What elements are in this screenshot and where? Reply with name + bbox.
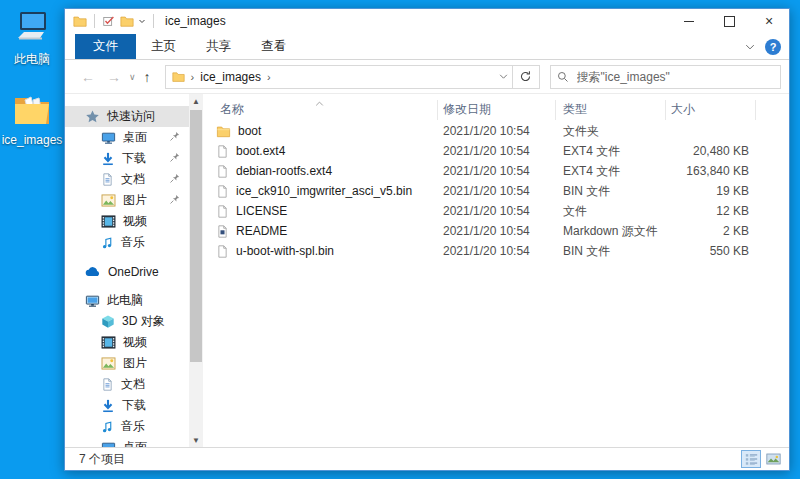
file-date: 2021/1/20 10:54: [438, 184, 556, 198]
column-header-type[interactable]: 类型: [556, 100, 666, 120]
file-row[interactable]: u-boot-with-spl.bin 2021/1/20 10:54 BIN …: [203, 241, 789, 261]
pictures-icon: [101, 357, 116, 370]
file-date: 2021/1/20 10:54: [438, 144, 556, 158]
tab-home[interactable]: 主页: [136, 34, 191, 59]
explorer-main: 快速访问桌面下载文档图片视频音乐OneDrive此电脑3D 对象视频图片文档下载…: [65, 94, 789, 447]
up-arrow-icon[interactable]: ↑: [138, 69, 157, 85]
sidebar-item[interactable]: 音乐: [65, 232, 189, 253]
sidebar-item-label: 图片: [123, 355, 147, 372]
file-icon: [216, 184, 229, 199]
folder-icon[interactable]: [120, 14, 134, 28]
breadcrumb-chevron-icon[interactable]: ›: [267, 71, 271, 83]
file-size: 12 KB: [666, 204, 756, 218]
file-name: debian-rootfs.ext4: [236, 164, 332, 178]
file-size: 2 KB: [666, 224, 756, 238]
file-type: 文件夹: [556, 123, 666, 140]
desktop-icon-ice-images[interactable]: ice_images: [0, 90, 64, 147]
sidebar-scrollbar[interactable]: ▲ ▼: [189, 94, 203, 447]
back-arrow-icon[interactable]: ←: [75, 69, 101, 85]
file-name: README: [236, 224, 287, 238]
file-row[interactable]: LICENSE 2021/1/20 10:54 文件 12 KB: [203, 201, 789, 221]
sidebar-item-label: 视频: [123, 334, 147, 351]
close-icon[interactable]: ×: [749, 9, 789, 33]
sidebar-item[interactable]: 图片: [65, 353, 189, 374]
toolbar-separator: [94, 14, 95, 28]
file-date: 2021/1/20 10:54: [438, 224, 556, 238]
sidebar-item[interactable]: 此电脑: [65, 290, 189, 311]
file-row[interactable]: boot.ext4 2021/1/20 10:54 EXT4 文件 20,480…: [203, 141, 789, 161]
maximize-icon[interactable]: [709, 9, 749, 33]
address-dropdown-chevron-icon[interactable]: [499, 73, 508, 80]
address-bar: ← → ∨ ↑ › ice_images ›: [65, 60, 789, 94]
sidebar-item-label: 音乐: [121, 418, 145, 435]
sidebar-item[interactable]: 图片: [65, 190, 189, 211]
recent-locations-chevron-icon[interactable]: ∨: [127, 72, 138, 82]
ribbon-right-controls: ?: [745, 39, 781, 55]
sidebar-item-label: 音乐: [121, 234, 145, 251]
column-header-size[interactable]: 大小: [666, 100, 756, 120]
document-icon: [101, 377, 114, 392]
sidebar-item[interactable]: 快速访问: [65, 106, 189, 127]
file-type: BIN 文件: [556, 243, 666, 260]
sidebar-item[interactable]: 文档: [65, 169, 189, 190]
videos-icon: [101, 336, 116, 349]
thumbnails-view-icon[interactable]: [763, 450, 783, 468]
sidebar-gap: [65, 253, 189, 261]
file-name: LICENSE: [236, 204, 287, 218]
file-size: 163,840 KB: [666, 164, 756, 178]
file-row[interactable]: README 2021/1/20 10:54 Markdown 源文件 2 KB: [203, 221, 789, 241]
details-view-icon[interactable]: [741, 450, 761, 468]
file-row[interactable]: ice_ck910_imgwriter_asci_v5.bin 2021/1/2…: [203, 181, 789, 201]
breadcrumb-chevron-icon[interactable]: ›: [191, 71, 195, 83]
sidebar-item[interactable]: 下载: [65, 148, 189, 169]
sidebar-item[interactable]: 桌面: [65, 127, 189, 148]
chevron-down-icon[interactable]: [138, 17, 146, 25]
scroll-up-icon[interactable]: ▲: [189, 94, 203, 108]
breadcrumb-item[interactable]: ice_images: [200, 70, 261, 84]
download-icon: [101, 152, 115, 166]
music-icon: [101, 236, 114, 250]
sidebar-item[interactable]: 桌面: [65, 437, 189, 447]
help-icon[interactable]: ?: [765, 39, 781, 55]
sidebar-item-label: 快速访问: [107, 108, 155, 125]
search-box[interactable]: [550, 65, 781, 89]
tab-view[interactable]: 查看: [246, 34, 301, 59]
scrollbar-thumb[interactable]: [190, 110, 202, 362]
file-date: 2021/1/20 10:54: [438, 204, 556, 218]
tab-file[interactable]: 文件: [75, 34, 136, 59]
folder-icon: [216, 124, 231, 138]
expand-ribbon-chevron-icon[interactable]: [745, 43, 755, 51]
file-type: EXT4 文件: [556, 143, 666, 160]
sidebar-item[interactable]: 视频: [65, 211, 189, 232]
tab-share[interactable]: 共享: [191, 34, 246, 59]
file-name: u-boot-with-spl.bin: [236, 244, 334, 258]
desktop-icon-this-pc[interactable]: 此电脑: [0, 8, 64, 68]
file-name: boot: [238, 124, 261, 138]
sidebar-item[interactable]: 下载: [65, 395, 189, 416]
folder-icon: [73, 14, 87, 28]
checkbox-icon[interactable]: [102, 14, 116, 28]
file-date: 2021/1/20 10:54: [438, 164, 556, 178]
file-row[interactable]: boot 2021/1/20 10:54 文件夹: [203, 121, 789, 141]
search-input[interactable]: [575, 69, 774, 85]
this-pc-icon: [85, 294, 100, 308]
column-header-date[interactable]: 修改日期: [438, 100, 556, 120]
sidebar-item[interactable]: 3D 对象: [65, 311, 189, 332]
quick-access-star-icon: [85, 109, 100, 124]
sidebar-item[interactable]: 视频: [65, 332, 189, 353]
sidebar-item[interactable]: OneDrive: [65, 261, 189, 282]
window-controls: ×: [669, 9, 789, 33]
breadcrumb[interactable]: › ice_images ›: [165, 65, 513, 89]
file-row[interactable]: debian-rootfs.ext4 2021/1/20 10:54 EXT4 …: [203, 161, 789, 181]
minimize-icon[interactable]: [669, 9, 709, 33]
refresh-button[interactable]: [513, 65, 540, 89]
navigation-pane: 快速访问桌面下载文档图片视频音乐OneDrive此电脑3D 对象视频图片文档下载…: [65, 94, 189, 447]
forward-arrow-icon[interactable]: →: [101, 69, 127, 85]
sidebar-item-label: 图片: [123, 192, 147, 209]
sidebar-item[interactable]: 文档: [65, 374, 189, 395]
scroll-down-icon[interactable]: ▼: [189, 433, 203, 447]
sidebar-item[interactable]: 音乐: [65, 416, 189, 437]
file-type: BIN 文件: [556, 183, 666, 200]
file-size: 550 KB: [666, 244, 756, 258]
file-type: Markdown 源文件: [556, 223, 666, 240]
